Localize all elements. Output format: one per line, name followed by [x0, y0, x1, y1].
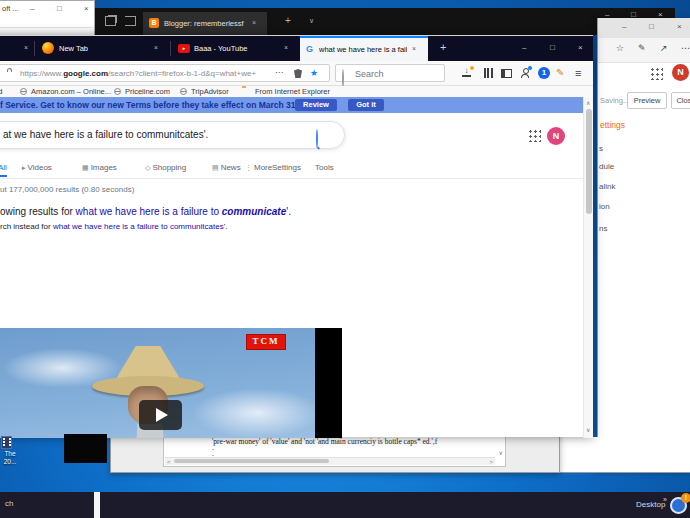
add-favorite-icon[interactable]: ☆: [616, 43, 624, 53]
bookmark-from-ie[interactable]: From Internet Explorer: [255, 87, 330, 96]
google-apps-grid-icon[interactable]: [528, 129, 541, 142]
url-bar[interactable]: https://www.google.com/search?client=fir…: [0, 64, 330, 82]
library-icon[interactable]: [484, 68, 493, 78]
play-icon: [156, 408, 168, 422]
blogger-window[interactable]: – □ × ☆ ✎ ↗ ⋯ N Saving... Preview Close …: [597, 18, 690, 473]
search-icon[interactable]: [316, 129, 318, 148]
bookmark-getting-started-fragment[interactable]: ted: [0, 87, 2, 96]
profile-avatar[interactable]: N: [547, 127, 565, 145]
tab-youtube[interactable]: ▸ Baaa - YouTube ×: [172, 36, 298, 61]
new-tab-icon[interactable]: +: [285, 16, 291, 26]
show-desktop-label[interactable]: Desktop: [636, 500, 665, 509]
more-options-icon[interactable]: ⋯: [681, 43, 690, 53]
firefox-window[interactable]: × New Tab × ▸ Baaa - YouTube × G what we…: [0, 35, 593, 437]
pen-extension-icon[interactable]: ✎: [556, 67, 564, 78]
close-tab-icon[interactable]: ×: [24, 44, 28, 51]
review-button[interactable]: Review: [295, 99, 337, 111]
close-icon[interactable]: ×: [84, 5, 89, 13]
new-tab-icon[interactable]: +: [440, 41, 446, 53]
set-tabs-aside-icon[interactable]: [125, 16, 136, 26]
search-query[interactable]: at we have here is a failure to communit…: [3, 129, 208, 140]
search-instead-line: rch instead for what we have here is a f…: [0, 222, 227, 231]
pocket-shield-icon[interactable]: [294, 69, 302, 78]
minimize-icon[interactable]: –: [30, 5, 34, 13]
close-icon[interactable]: ×: [578, 44, 583, 52]
tab-blogger[interactable]: B Blogger: rememberlessf ×: [143, 12, 267, 35]
tab-dropdown-icon[interactable]: ∨: [309, 17, 314, 25]
menu-hamburger-icon[interactable]: ≡: [575, 68, 581, 78]
minimize-icon[interactable]: –: [622, 23, 626, 31]
url-text[interactable]: https://www.google.com/search?client=fir…: [20, 69, 270, 78]
web-notes-icon[interactable]: ✎: [638, 43, 646, 53]
tab-all[interactable]: All: [0, 163, 7, 177]
google-apps-grid-icon[interactable]: [650, 67, 663, 80]
scroll-up-icon[interactable]: ∧: [586, 100, 590, 106]
taskbar-overflow-chevron[interactable]: »: [663, 496, 667, 503]
post-settings-heading: ettings: [600, 120, 625, 130]
close-tab-icon[interactable]: ×: [284, 44, 288, 51]
scroll-right-icon[interactable]: >: [489, 459, 493, 465]
close-tab-icon[interactable]: ×: [252, 19, 256, 26]
edge-window[interactable]: B Blogger: rememberlessf × + ∨ – □ ×: [95, 8, 675, 35]
close-button[interactable]: Close: [671, 92, 690, 109]
minimize-icon[interactable]: –: [522, 44, 526, 52]
tab-google-search-active[interactable]: G what we have here is a failure t ×: [300, 36, 428, 61]
original-query-link[interactable]: what we have here is a failure to commun…: [53, 222, 228, 231]
maximize-icon[interactable]: □: [649, 23, 654, 31]
tab-more[interactable]: ⋮More: [245, 163, 272, 172]
close-tab-icon[interactable]: ×: [412, 45, 416, 52]
horizontal-scrollbar[interactable]: < >: [165, 457, 495, 465]
sidebars-icon[interactable]: [501, 69, 512, 78]
background-window-topleft[interactable]: oft ... – □ ×: [0, 0, 95, 36]
play-button[interactable]: [139, 400, 182, 430]
tab-new-tab[interactable]: New Tab ×: [36, 36, 168, 61]
scrollbar-thumb[interactable]: [586, 109, 592, 214]
sidebar-item-location[interactable]: ion: [599, 202, 610, 211]
sidebar-item-options[interactable]: ns: [599, 224, 607, 233]
video-result-player[interactable]: TCM ▶ 0:51: [0, 328, 342, 438]
google-search-box[interactable]: at we have here is a failure to communit…: [0, 121, 345, 149]
tab-shopping[interactable]: ◇Shopping: [145, 163, 186, 172]
maximize-icon[interactable]: □: [57, 5, 62, 13]
settings-menu[interactable]: Settings: [272, 163, 301, 172]
corrected-query-link[interactable]: what we have here is a failure to commun…: [76, 206, 291, 217]
desktop-icon-label[interactable]: The: [0, 450, 20, 457]
sidebar-item-labels[interactable]: s: [599, 144, 603, 153]
scrollbar-thumb[interactable]: [174, 459, 329, 463]
scroll-down-icon[interactable]: ∨: [586, 427, 590, 433]
preview-button[interactable]: Preview: [627, 92, 667, 109]
account-avatar[interactable]: N: [672, 64, 689, 81]
bookmark-star-icon[interactable]: ★: [310, 68, 318, 78]
taskbar-search-box-edge[interactable]: [94, 492, 100, 518]
tab-news[interactable]: ▤News: [212, 163, 241, 172]
bookmark-priceline[interactable]: Priceline.com: [125, 87, 170, 96]
maximize-icon[interactable]: □: [550, 44, 555, 52]
desktop-icon-black-thumbnail[interactable]: [64, 434, 107, 463]
page-actions-icon[interactable]: ⋯: [275, 68, 283, 78]
close-tab-icon[interactable]: ×: [154, 44, 158, 51]
url-domain: google.com: [63, 69, 108, 78]
tab-videos[interactable]: ▸Videos: [22, 163, 52, 172]
scroll-left-icon[interactable]: <: [167, 459, 171, 465]
sidebar-item-permalink[interactable]: alink: [599, 182, 615, 191]
sidebar-item-schedule[interactable]: dule: [599, 162, 614, 171]
bookmark-tripadvisor[interactable]: TripAdvisor: [191, 87, 229, 96]
tab-images[interactable]: ▦Images: [82, 163, 117, 172]
globe-icon: [180, 88, 187, 95]
tab-preview-icon[interactable]: [105, 16, 116, 26]
tools-menu[interactable]: Tools: [315, 163, 334, 172]
taskbar-search-fragment[interactable]: ch: [5, 499, 13, 508]
onepassword-icon[interactable]: 1: [538, 67, 550, 79]
desktop-icon-label-line2[interactable]: 20...: [0, 458, 20, 465]
banner-text: f Service. Get to know our new Terms bef…: [0, 100, 322, 110]
notes-text-area[interactable]: 'pre-war money' of 'value' and 'not 'and…: [163, 433, 506, 467]
search-box[interactable]: Search: [335, 64, 445, 82]
desktop-icon-filmstrip[interactable]: [1, 436, 12, 449]
scroll-down-icon[interactable]: ∨: [499, 450, 503, 456]
bookmark-amazon[interactable]: Amazon.com – Online...: [31, 87, 111, 96]
close-icon[interactable]: ×: [677, 23, 682, 31]
page-scrollbar[interactable]: ∧ ∨: [583, 97, 593, 438]
share-icon[interactable]: ↗: [660, 43, 668, 53]
video-thumbnail: TCM: [0, 328, 315, 438]
got-it-button[interactable]: Got it: [348, 99, 384, 111]
